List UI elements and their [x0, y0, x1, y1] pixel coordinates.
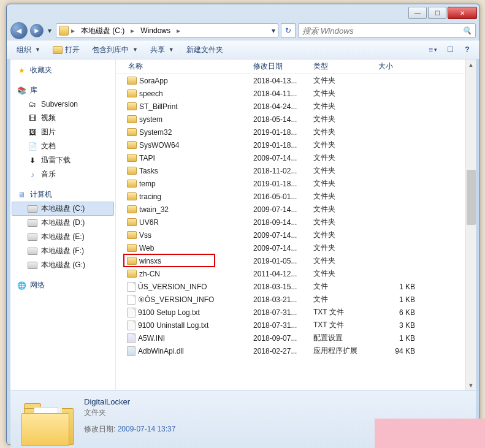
folder-icon — [127, 218, 137, 226]
folder-icon — [127, 257, 137, 265]
file-row[interactable]: twain_322009-07-14...文件夹 — [116, 203, 465, 216]
file-date: 2018-09-07... — [253, 334, 313, 343]
file-row[interactable]: AdbWinApi.dll2018-02-27...应用程序扩展94 KB — [116, 344, 465, 357]
ini-file-icon — [127, 333, 136, 343]
folder-icon — [127, 128, 137, 136]
file-type: 文件夹 — [313, 88, 378, 99]
txt-file-icon — [127, 308, 136, 317]
include-library-menu[interactable]: 包含到库中▼ — [87, 42, 143, 58]
file-row[interactable]: ST_BillPrint2018-04-24...文件夹 — [116, 100, 465, 113]
file-row[interactable]: temp2019-01-18...文件夹 — [116, 177, 465, 190]
organize-menu[interactable]: 组织▼ — [12, 42, 45, 58]
crumb-folder[interactable]: Windows — [137, 25, 174, 36]
file-type: 文件夹 — [313, 243, 378, 253]
sidebar-item-documents[interactable]: 📄文档 — [12, 139, 114, 153]
file-date: 2009-07-14... — [253, 205, 313, 214]
preview-pane-button[interactable]: ☐ — [443, 42, 457, 57]
file-row[interactable]: A5W.INI2018-09-07...配置设置1 KB — [116, 332, 465, 344]
open-button[interactable]: 打开 — [48, 42, 85, 58]
file-date: 2018-04-13... — [253, 77, 313, 85]
sidebar-drive-g[interactable]: 本地磁盘 (G:) — [12, 258, 114, 272]
scroll-up-icon[interactable]: ▲ — [466, 59, 476, 70]
column-size[interactable]: 大小 — [378, 61, 427, 72]
sidebar-drive-e[interactable]: 本地磁盘 (E:) — [12, 230, 114, 244]
file-name: zh-CN — [139, 270, 160, 278]
sidebar-computer[interactable]: 🖥计算机 — [12, 188, 114, 202]
view-options-button[interactable]: ≡▾ — [426, 42, 440, 57]
file-name: TAPI — [139, 154, 155, 162]
file-name: Web — [139, 244, 154, 252]
file-type: 文件夹 — [313, 204, 378, 215]
file-row[interactable]: Vss2009-07-14...文件夹 — [116, 229, 465, 241]
dropdown-icon[interactable]: ▾ — [272, 26, 275, 35]
explorer-window: — ☐ ✕ ◄ ► ▾ ▸ 本地磁盘 (C:) ▸ Windows ▸ ▾ ↻ … — [6, 4, 480, 445]
sidebar-drive-c[interactable]: 本地磁盘 (C:) — [12, 202, 114, 216]
file-row[interactable]: 9100 Uninstall Log.txt2018-07-31...TXT 文… — [116, 319, 465, 332]
column-type[interactable]: 类型 — [313, 61, 378, 72]
scroll-thumb[interactable] — [467, 170, 476, 225]
file-row[interactable]: system2018-05-14...文件夹 — [116, 113, 465, 126]
nav-history-dropdown[interactable]: ▾ — [46, 25, 53, 37]
sidebar-item-music[interactable]: ♪音乐 — [12, 167, 114, 181]
file-row[interactable]: winsxs2019-01-05...文件夹 — [116, 254, 465, 267]
nav-forward-button[interactable]: ► — [30, 24, 44, 37]
folder-icon — [127, 115, 137, 123]
folder-icon — [127, 102, 137, 110]
file-date: 2009-07-14... — [253, 231, 313, 240]
nav-back-button[interactable]: ◄ — [10, 22, 28, 39]
file-row[interactable]: SysWOW642019-01-18...文件夹 — [116, 139, 465, 151]
file-date: 2018-04-11... — [253, 89, 313, 98]
file-row[interactable]: zh-CN2011-04-12...文件夹 — [116, 267, 465, 280]
new-folder-button[interactable]: 新建文件夹 — [181, 42, 228, 58]
sidebar-item-xunlei[interactable]: ⬇迅雷下载 — [12, 153, 114, 167]
close-button[interactable]: ✕ — [448, 7, 477, 19]
file-row[interactable]: speech2018-04-11...文件夹 — [116, 87, 465, 100]
search-input[interactable]: 🔍 — [298, 23, 476, 38]
file-row[interactable]: 9100 Setup Log.txt2018-07-31...TXT 文件6 K… — [116, 306, 465, 319]
chevron-right-icon[interactable]: ▸ — [129, 26, 136, 35]
breadcrumb[interactable]: ▸ 本地磁盘 (C:) ▸ Windows ▸ ▾ — [56, 23, 278, 38]
minimize-button[interactable]: — — [408, 7, 427, 19]
file-size: 94 KB — [378, 347, 427, 355]
sidebar-item-videos[interactable]: 🎞视频 — [12, 111, 114, 125]
chevron-right-icon[interactable]: ▸ — [175, 26, 181, 35]
sidebar-item-subversion[interactable]: 🗂Subversion — [12, 97, 114, 111]
help-button[interactable]: ? — [460, 42, 475, 57]
file-row[interactable]: ④ÓS_VERSION_INFO2018-03-21...文件1 KB — [116, 293, 465, 306]
watermark-overlay — [375, 419, 485, 448]
file-date: 2018-07-31... — [253, 308, 313, 317]
chevron-right-icon[interactable]: ▸ — [70, 26, 76, 35]
file-row[interactable]: Tasks2018-11-02...文件夹 — [116, 164, 465, 177]
scroll-down-icon[interactable]: ▼ — [466, 380, 476, 390]
sidebar-libraries[interactable]: 📚库 — [12, 83, 114, 97]
maximize-button[interactable]: ☐ — [428, 7, 446, 19]
file-row[interactable]: Web2009-07-14...文件夹 — [116, 241, 465, 254]
column-date[interactable]: 修改日期 — [253, 61, 313, 72]
drive-icon — [59, 26, 69, 36]
sidebar-drive-f[interactable]: 本地磁盘 (F:) — [12, 244, 114, 258]
file-row[interactable]: System322019-01-18...文件夹 — [116, 126, 465, 139]
folder-icon — [127, 205, 137, 213]
file-list[interactable]: 名称 修改日期 类型 大小 SoraApp2018-04-13...文件夹spe… — [116, 59, 465, 390]
share-menu[interactable]: 共享▼ — [145, 42, 179, 58]
titlebar[interactable]: — ☐ ✕ — [7, 4, 479, 21]
sidebar-favorites[interactable]: ★收藏夹 — [12, 63, 114, 77]
refresh-button[interactable]: ↻ — [281, 23, 296, 38]
file-row[interactable]: ÛS_VERSION_INFO2018-03-15...文件1 KB — [116, 280, 465, 293]
search-field[interactable] — [302, 26, 462, 36]
file-row[interactable]: tracing2016-05-01...文件夹 — [116, 190, 465, 203]
file-row[interactable]: UV6R2018-09-14...文件夹 — [116, 216, 465, 229]
file-date: 2018-02-27... — [253, 347, 313, 355]
sidebar-item-pictures[interactable]: 🖼图片 — [12, 125, 114, 139]
file-type: 文件夹 — [313, 256, 378, 266]
folder-icon — [127, 231, 137, 239]
column-name[interactable]: 名称 — [116, 61, 253, 72]
file-date: 2018-03-21... — [253, 295, 313, 304]
drive-icon — [28, 205, 37, 213]
scrollbar[interactable]: ▲ ▼ — [465, 59, 476, 390]
sidebar-network[interactable]: 🌐网络 — [12, 278, 114, 292]
file-row[interactable]: SoraApp2018-04-13...文件夹 — [116, 74, 465, 87]
crumb-drive[interactable]: 本地磁盘 (C:) — [77, 25, 128, 37]
sidebar-drive-d[interactable]: 本地磁盘 (D:) — [12, 216, 114, 230]
file-row[interactable]: TAPI2009-07-14...文件夹 — [116, 151, 465, 164]
